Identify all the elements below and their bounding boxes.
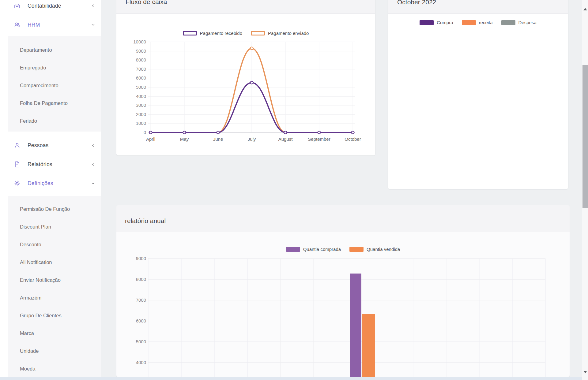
svg-text:0: 0 (144, 130, 146, 135)
chevron-down-icon (91, 22, 96, 27)
sidebar-item-armazem[interactable]: Armazém (8, 289, 101, 307)
october-empty-plot-area (388, 32, 568, 189)
svg-text:10000: 10000 (133, 39, 146, 44)
sidebar-item-grupo-de-clientes[interactable]: Grupo De Clientes (8, 307, 101, 324)
sidebar-item-unidade[interactable]: Unidade (8, 342, 101, 360)
chevron-down-icon (91, 181, 96, 186)
svg-text:2000: 2000 (136, 112, 146, 117)
sidebar-item-discount-plan[interactable]: Discount Plan (8, 218, 101, 236)
svg-text:3000: 3000 (136, 102, 146, 108)
legend-item-compra[interactable]: Compra (420, 20, 453, 25)
svg-text:8000: 8000 (136, 57, 146, 62)
sidebar: Contabilidade HRM Departamento Empregado… (0, 0, 101, 380)
svg-text:5000: 5000 (136, 339, 146, 344)
legend-swatch-gray (501, 20, 515, 25)
october-card-header: October 2022 (388, 0, 568, 14)
svg-text:July: July (248, 136, 256, 142)
legend-item-despesa[interactable]: Despesa (501, 20, 537, 25)
cashflow-card: Fluxo de caixa Pagamento recebido Pagame… (116, 0, 375, 155)
cashflow-line-chart: 10000 9000 8000 7000 6000 5000 4000 3000… (116, 0, 375, 155)
legend-swatch-purple (420, 20, 434, 25)
svg-text:9000: 9000 (136, 256, 146, 261)
sidebar-item-folha-de-pagamento[interactable]: Folha De Pagamento (8, 94, 101, 112)
svg-text:1000: 1000 (136, 121, 146, 126)
sidebar-item-definicoes[interactable]: Definições (0, 174, 101, 193)
sidebar-item-departamento[interactable]: Departamento (8, 41, 101, 59)
sidebar-item-marca[interactable]: Marca (8, 324, 101, 342)
sidebar-item-comparecimento[interactable]: Comparecimento (8, 76, 101, 94)
users-icon (13, 21, 21, 28)
accounting-icon (13, 2, 21, 9)
chevron-left-icon (91, 3, 96, 8)
annual-report-card: relatório anual Quantia comprada Quantia… (116, 205, 570, 377)
scroll-up-arrow-icon[interactable] (583, 8, 587, 10)
svg-text:May: May (180, 136, 189, 142)
document-icon (13, 161, 21, 168)
sidebar-item-label: HRM (28, 22, 40, 28)
sidebar-item-relatorios[interactable]: Relatórios (0, 155, 101, 174)
sidebar-item-enviar-notificacao[interactable]: Enviar Notificação (8, 271, 101, 289)
gear-icon (13, 180, 21, 187)
definicoes-submenu: Permissão De Função Discount Plan Descon… (8, 196, 101, 377)
october-legend: Compra receita Despesa (388, 20, 568, 25)
svg-text:5000: 5000 (136, 84, 146, 90)
svg-text:7000: 7000 (136, 297, 146, 303)
sidebar-item-label: Relatórios (28, 161, 52, 168)
svg-text:April: April (146, 136, 155, 142)
svg-text:June: June (213, 136, 223, 142)
svg-text:September: September (308, 136, 330, 142)
svg-text:8000: 8000 (136, 277, 146, 282)
bar-quantia-comprada (350, 274, 361, 377)
sidebar-item-feriado[interactable]: Feriado (8, 112, 101, 130)
sidebar-item-label: Pessoas (28, 142, 49, 149)
hrm-submenu: Departamento Empregado Comparecimento Fo… (8, 36, 101, 132)
svg-text:October: October (345, 136, 361, 142)
sidebar-item-hrm[interactable]: HRM (0, 15, 101, 34)
scroll-down-arrow-icon[interactable] (583, 371, 587, 373)
svg-text:9000: 9000 (136, 48, 146, 54)
october-title: October 2022 (397, 0, 436, 6)
sidebar-item-empregado[interactable]: Empregado (8, 59, 101, 76)
sidebar-item-moeda[interactable]: Moeda (8, 360, 101, 378)
sidebar-item-all-notification[interactable]: All Notification (8, 253, 101, 271)
sidebar-item-label: Contabilidade (28, 3, 61, 9)
sidebar-item-pessoas[interactable]: Pessoas (0, 136, 101, 155)
chevron-left-icon (91, 162, 96, 167)
sidebar-item-desconto[interactable]: Desconto (8, 236, 101, 253)
chevron-left-icon (91, 143, 96, 148)
person-icon (13, 142, 21, 149)
svg-text:6000: 6000 (136, 75, 146, 80)
vertical-scrollbar[interactable] (582, 0, 588, 380)
sidebar-item-label: Definições (28, 180, 53, 187)
svg-text:4000: 4000 (136, 360, 146, 365)
annual-bar-chart: 9000 8000 7000 6000 5000 4000 (116, 205, 570, 377)
october-card: October 2022 Compra receita Despesa (388, 0, 568, 189)
sidebar-item-permissao-de-funcao[interactable]: Permissão De Função (8, 200, 101, 218)
svg-text:6000: 6000 (136, 318, 146, 323)
svg-text:August: August (278, 136, 293, 142)
svg-text:7000: 7000 (136, 66, 146, 72)
legend-item-receita[interactable]: receita (462, 20, 493, 25)
vertical-scrollbar-thumb[interactable] (582, 65, 588, 208)
horizontal-scrollbar-track[interactable] (0, 377, 588, 380)
svg-text:4000: 4000 (136, 94, 146, 99)
bar-quantia-vendida (362, 314, 375, 377)
sidebar-item-contabilidade[interactable]: Contabilidade (0, 0, 101, 15)
legend-swatch-orange (462, 20, 476, 25)
